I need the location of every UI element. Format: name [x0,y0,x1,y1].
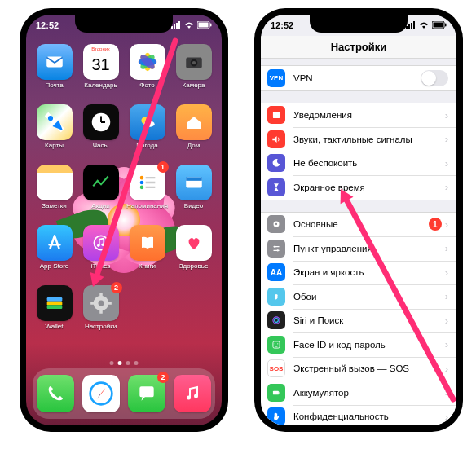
svg-point-16 [192,61,195,64]
wallet-icon [37,285,73,321]
app-cal[interactable]: Вторник31Календарь [79,44,122,98]
row-label: Основные [293,219,429,229]
svg-point-65 [275,319,279,323]
page-indicator [110,361,139,365]
app-notes[interactable]: Заметки [33,165,76,218]
hourglass-icon [267,178,285,196]
battery-icon [197,20,212,30]
settings-row-battery[interactable]: Аккумулятор› [261,381,456,405]
books-icon [130,225,165,261]
app-maps[interactable]: Карты [33,104,76,158]
settings-row-sound[interactable]: Звуки, тактильные сигналы› [261,127,456,152]
svg-rect-1 [174,24,175,29]
settings-row-wallpaper[interactable]: Обои› [261,284,456,309]
app-stocks[interactable]: Акции [79,165,122,218]
stocks-icon [83,165,119,200]
app-label: Камера [183,81,205,89]
app-health[interactable]: Здоровье [172,225,215,279]
hand-icon [267,407,285,425]
app-gear[interactable]: 2Настройки [79,285,122,339]
badge: 1 [429,218,442,231]
appstore-icon [37,225,73,261]
svg-rect-5 [199,23,209,28]
toggle[interactable] [421,70,448,86]
canvas: 12:52 ПочтаВторник31КалендарьФотоКамераК… [0,0,476,449]
siri-icon [267,311,285,329]
chevron-right-icon: › [445,386,448,398]
svg-rect-3 [178,21,180,29]
settings-screen: 12:52 Настройки VPNVPNУведомления›Звуки,… [261,15,456,425]
settings-row-siri[interactable]: Siri и Поиск› [261,309,456,333]
app-photos[interactable]: Фото [126,44,169,98]
row-label: Обои [293,292,442,302]
app-label: Календарь [84,81,117,89]
svg-point-48 [194,394,198,398]
music-icon [174,375,211,412]
dock-app-safari[interactable] [82,375,120,412]
app-camera[interactable]: Камера [172,44,215,98]
settings-row-dnd[interactable]: Не беспокоить› [261,152,456,176]
app-appstore[interactable]: App Store [33,225,76,279]
app-clock[interactable]: Часы [79,104,122,158]
app-remind[interactable]: 1Напоминания [126,165,169,218]
chevron-right-icon: › [445,338,448,350]
dock-app-phone[interactable] [37,375,74,412]
settings-row-display[interactable]: AAЭкран и яркость› [261,261,456,285]
chevron-right-icon: › [445,315,448,327]
settings-row-sos[interactable]: SOSЭкстренный вызов — SOS› [261,357,456,381]
safari-icon [82,375,120,412]
settings-row-hand[interactable]: Конфиденциальность› [261,405,456,426]
svg-rect-51 [411,23,412,29]
notes-icon [37,165,73,200]
app-mail[interactable]: Почта [33,44,76,98]
chevron-right-icon: › [445,290,448,302]
notch [75,15,173,33]
svg-rect-6 [210,24,212,27]
settings-title: Настройки [331,41,387,53]
row-label: Siri и Поиск [293,315,442,325]
notch [310,15,408,33]
app-weather[interactable]: Погода [126,104,169,158]
svg-point-63 [275,294,278,297]
settings-row-notif[interactable]: Уведомления› [261,103,456,128]
row-label: Уведомления [293,110,442,120]
badge: 2 [111,282,122,293]
clock-icon [83,104,119,140]
settings-title-bar: Настройки [261,36,456,59]
video-icon [176,165,212,200]
svg-rect-35 [46,302,62,306]
svg-point-58 [275,223,277,225]
svg-point-22 [143,121,154,127]
row-label: Пункт управления [293,244,442,253]
app-itunes[interactable]: iTunes [79,225,122,279]
app-label: App Store [40,262,69,270]
settings-row-hourglass[interactable]: Экранное время› [261,175,456,200]
app-video[interactable]: Видео [172,165,215,218]
row-label: Экранное время [293,183,442,192]
svg-rect-56 [273,112,280,118]
settings-list[interactable]: VPNVPNУведомления›Звуки, тактильные сигн… [261,60,456,425]
notif-icon [267,106,285,124]
settings-row-face[interactable]: Face ID и код-пароль› [261,332,456,357]
vpn-icon: VPN [267,69,285,87]
photos-icon [130,44,165,80]
svg-rect-69 [273,390,279,394]
settings-row-vpn[interactable]: VPNVPN [261,66,456,90]
dock-app-music[interactable] [174,375,211,412]
app-books[interactable]: Книги [126,225,169,279]
svg-rect-34 [46,297,62,302]
app-home[interactable]: Дом [172,104,215,158]
app-label: Карты [45,142,64,149]
app-label: Видео [184,202,203,209]
chevron-right-icon: › [445,181,448,193]
row-label: Звуки, тактильные сигналы [293,134,442,144]
wifi-icon [419,20,429,30]
row-label: Аккумулятор [293,388,442,398]
svg-point-24 [139,181,143,185]
app-wallet[interactable]: Wallet [33,285,76,339]
settings-row-control[interactable]: Пункт управления› [261,236,456,261]
dock-app-msg[interactable]: 2 [128,375,165,412]
phone-settings: 12:52 Настройки VPNVPNУведомления›Звуки,… [254,8,463,432]
settings-row-gear[interactable]: Основные1› [261,213,456,237]
battery-icon [432,20,447,30]
